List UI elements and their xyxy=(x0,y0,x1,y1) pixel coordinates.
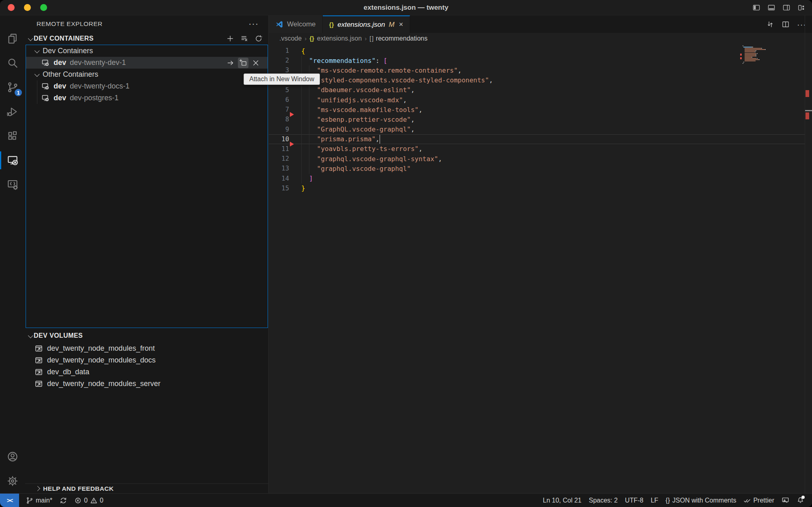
close-window-button[interactable] xyxy=(8,4,15,11)
code-line-13[interactable]: 13 "graphql.vscode-graphql" xyxy=(269,164,805,173)
add-button[interactable] xyxy=(226,35,234,43)
git-branch-status[interactable]: main* xyxy=(22,494,56,507)
status-left: main* 0 0 xyxy=(22,494,107,507)
stop-button[interactable] xyxy=(251,58,261,68)
container-row-dev-twenty-docs-1[interactable]: dev dev-twenty-docs-1 xyxy=(26,80,268,92)
overview-ruler[interactable] xyxy=(805,15,812,493)
close-tab-button[interactable]: × xyxy=(399,20,404,29)
line-number: 10 xyxy=(269,136,289,143)
sync-icon xyxy=(60,497,67,504)
container-row-dev-postgres-1[interactable]: dev dev-postgres-1 xyxy=(26,92,268,104)
activity-accounts[interactable] xyxy=(0,444,25,469)
line-number: 11 xyxy=(269,145,289,153)
activity-explorer[interactable] xyxy=(0,26,25,51)
tab-welcome[interactable]: Welcome xyxy=(269,15,323,33)
editor-surface[interactable]: 1{ 2 "recommendations": [ 3 "ms-vscode-r… xyxy=(269,44,805,493)
breadcrumb-separator: › xyxy=(365,35,367,42)
volume-row-dev_twenty_node_modules_server[interactable]: dev_twenty_node_modules_server xyxy=(26,378,268,390)
code-line-9[interactable]: 9 "GraphQL.vscode-graphql", xyxy=(269,125,805,134)
sidebar-title: REMOTE EXPLORER xyxy=(37,20,103,28)
git-deleted-lines-marker[interactable] xyxy=(290,142,294,147)
volume-row-dev_twenty_node_modules_front[interactable]: dev_twenty_node_modules_front xyxy=(26,343,268,354)
sync-status[interactable] xyxy=(56,494,71,507)
section-dev-volumes-header[interactable]: DEV VOLUMES xyxy=(25,330,268,342)
minimap[interactable] xyxy=(740,44,804,493)
code-line-10[interactable]: 10 "prisma.prisma", xyxy=(269,134,805,144)
tree-group-other-containers[interactable]: Other Containers xyxy=(26,69,268,80)
breadcrumb-item[interactable]: .vscode xyxy=(279,35,302,42)
tab-label: extensions.json xyxy=(337,21,385,29)
cursor-position-status[interactable]: Ln 10, Col 21 xyxy=(539,494,585,507)
tab-extensions-json[interactable]: {} extensions.json M × xyxy=(323,15,410,33)
section-help-and-feedback[interactable]: HELP AND FEEDBACK xyxy=(25,483,268,493)
code-line-4[interactable]: 4 "styled-components.vscode-styled-compo… xyxy=(269,76,805,85)
problems-status[interactable]: 0 0 xyxy=(71,494,107,507)
volume-name: dev_twenty_node_modules_front xyxy=(47,344,155,353)
volume-item-icon xyxy=(35,356,43,365)
language-mode-status[interactable]: {} JSON with Comments xyxy=(662,494,740,507)
line-number: 5 xyxy=(269,86,289,94)
breadcrumb-item[interactable]: extensions.json xyxy=(317,35,362,42)
open-changes-button[interactable] xyxy=(766,20,774,28)
code-line-15[interactable]: 15} xyxy=(269,183,805,193)
code-line-12[interactable]: 12 "graphql.vscode-graphql-syntax", xyxy=(269,154,805,164)
editor-group: Welcome {} extensions.json M × ··· .vsco… xyxy=(269,15,812,493)
eol-status[interactable]: LF xyxy=(647,494,662,507)
code-line-2[interactable]: 2 "recommendations": [ xyxy=(269,56,805,65)
language-mode-label: JSON with Comments xyxy=(672,497,736,504)
breadcrumb-item[interactable]: recommendations xyxy=(376,35,428,42)
code-line-6[interactable]: 6 "unifiedjs.vscode-mdx", xyxy=(269,95,805,105)
status-bar: >< main* 0 0 Ln 10, Col 21 Spaces: 2 UTF… xyxy=(0,493,812,507)
remote-indicator[interactable]: >< xyxy=(0,494,19,507)
code-line-14[interactable]: 14 ] xyxy=(269,173,805,183)
code-line-1[interactable]: 1{ xyxy=(269,46,805,56)
activity-container-tools[interactable] xyxy=(0,173,25,197)
clear-list-button[interactable] xyxy=(240,35,248,43)
toggle-panel-button[interactable] xyxy=(767,4,775,12)
volume-row-dev_db_data[interactable]: dev_db_data xyxy=(26,366,268,378)
tree-group-dev-containers[interactable]: Dev Containers xyxy=(26,45,268,57)
chevron-down-icon xyxy=(28,333,33,338)
activity-search[interactable] xyxy=(0,51,25,75)
container-id: dev-twenty-docs-1 xyxy=(70,82,130,91)
refresh-button[interactable] xyxy=(255,35,263,43)
customize-layout-button[interactable] xyxy=(797,4,806,12)
notifications-status[interactable] xyxy=(793,494,808,507)
git-deleted-lines-marker[interactable] xyxy=(290,112,294,117)
code-line-8[interactable]: 8 "esbenp.prettier-vscode", xyxy=(269,114,805,124)
layout-controls xyxy=(752,0,806,15)
activity-extensions[interactable] xyxy=(0,124,25,148)
code-line-5[interactable]: 5 "dbaeumer.vscode-eslint", xyxy=(269,85,805,95)
container-row-dev-twenty-dev-1[interactable]: dev dev-twenty-dev-1 xyxy=(26,57,268,69)
line-number: 12 xyxy=(269,155,289,162)
code-line-7[interactable]: 7 "ms-vscode.makefile-tools", xyxy=(269,105,805,114)
volume-item-icon xyxy=(35,344,43,353)
section-dev-containers-header[interactable]: DEV CONTAINERS xyxy=(25,32,268,45)
split-editor-button[interactable] xyxy=(782,20,790,28)
attach-window-arrow-button[interactable] xyxy=(225,58,236,68)
attach-new-window-button[interactable] xyxy=(238,58,248,68)
toggle-secondary-sidebar-button[interactable] xyxy=(782,4,790,12)
ruler-deleted-mark xyxy=(806,112,809,119)
traffic-lights xyxy=(0,4,47,11)
minimize-window-button[interactable] xyxy=(24,4,31,11)
code-line-11[interactable]: 11 "yoavbls.pretty-ts-errors", xyxy=(269,144,805,154)
code-line-3[interactable]: 3 "ms-vscode-remote.remote-containers", xyxy=(269,65,805,75)
toggle-primary-sidebar-button[interactable] xyxy=(752,4,760,12)
feedback-status[interactable] xyxy=(778,494,793,507)
chevron-down-icon xyxy=(35,71,40,77)
warning-icon xyxy=(90,497,97,504)
activity-manage[interactable] xyxy=(0,469,25,493)
indentation-status[interactable]: Spaces: 2 xyxy=(585,494,621,507)
zoom-window-button[interactable] xyxy=(40,4,47,11)
dev-volumes-list: dev_twenty_node_modules_front dev_twenty… xyxy=(26,343,268,390)
encoding-status[interactable]: UTF-8 xyxy=(621,494,647,507)
formatter-status[interactable]: Prettier xyxy=(740,494,778,507)
sidebar-more-actions-button[interactable]: ··· xyxy=(248,22,259,26)
line-number: 15 xyxy=(269,185,289,192)
volume-row-dev_twenty_node_modules_docs[interactable]: dev_twenty_node_modules_docs xyxy=(26,354,268,366)
activity-remote-explorer[interactable] xyxy=(0,148,25,173)
activity-run-and-debug[interactable] xyxy=(0,99,25,124)
git-branch-icon xyxy=(26,497,33,504)
activity-source-control[interactable]: 1 xyxy=(0,75,25,99)
